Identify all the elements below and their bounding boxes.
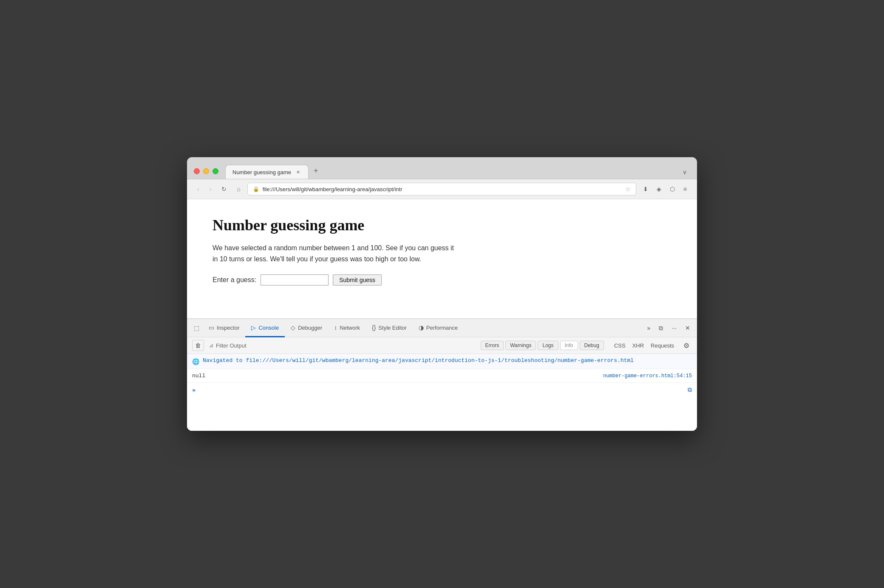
devtools-right-buttons: » ⧉ ··· ✕ xyxy=(644,320,694,336)
navigation-text: Navigated to file:///Users/will/git/wbam… xyxy=(203,357,692,364)
style-editor-icon: {} xyxy=(372,324,376,331)
tab-performance[interactable]: ◑ Performance xyxy=(413,319,464,337)
guess-label: Enter a guess: xyxy=(212,276,256,284)
split-view-button[interactable]: ⧉ xyxy=(655,320,666,336)
maximize-window-button[interactable] xyxy=(212,168,218,174)
console-input[interactable] xyxy=(199,387,684,393)
source-link[interactable]: number-game-errors.html:54:15 xyxy=(603,373,692,379)
inspector-icon: ▭ xyxy=(209,324,214,331)
settings-icon: ⚙ xyxy=(683,342,689,349)
nav-bar: ‹ › ↻ ⌂ 🔒 file:///Users/will/git/wbamber… xyxy=(187,179,697,199)
filter-buttons: Errors Warnings Logs Info Debug xyxy=(481,341,604,350)
home-button[interactable]: ⌂ xyxy=(233,183,244,195)
home-icon: ⌂ xyxy=(237,186,240,192)
options-icon: ··· xyxy=(672,325,677,331)
submit-guess-button[interactable]: Submit guess xyxy=(333,274,382,286)
bookmark-icon[interactable]: ☆ xyxy=(625,186,631,192)
xhr-filter-button[interactable]: XHR xyxy=(631,342,646,350)
back-icon: ‹ xyxy=(197,186,199,192)
globe-icon: 🌐 xyxy=(192,358,199,365)
null-message: null number-game-errors.html:54:15 xyxy=(187,369,697,383)
close-devtools-button[interactable]: ✕ xyxy=(682,320,694,336)
console-input-row: » ⧉ xyxy=(187,383,697,397)
filter-warnings-button[interactable]: Warnings xyxy=(505,341,536,350)
console-settings-button[interactable]: ⚙ xyxy=(681,341,692,351)
close-window-button[interactable] xyxy=(194,168,200,174)
performance-label: Performance xyxy=(426,325,458,331)
menu-button[interactable]: ≡ xyxy=(680,183,690,195)
address-bar[interactable]: 🔒 file:///Users/will/git/wbamberg/learni… xyxy=(247,183,636,195)
nav-right-buttons: ⬇ ◈ ⬡ ≡ xyxy=(640,183,690,195)
download-button[interactable]: ⬇ xyxy=(640,183,652,195)
new-tab-button[interactable]: + xyxy=(309,163,323,179)
back-button[interactable]: ‹ xyxy=(194,183,203,195)
tab-network[interactable]: ↕ Network xyxy=(328,319,366,337)
clear-console-button[interactable]: 🗑 xyxy=(192,340,204,351)
guess-form: Enter a guess: Submit guess xyxy=(212,274,672,286)
page-icon: 🔒 xyxy=(253,186,259,192)
tab-style-editor[interactable]: {} Style Editor xyxy=(366,319,413,337)
tab-title: Number guessing game xyxy=(232,169,291,175)
more-tools-icon: » xyxy=(647,325,651,331)
filter-icon: ⊿ xyxy=(209,342,213,348)
extensions-button[interactable]: ⬡ xyxy=(666,183,678,195)
trash-icon: 🗑 xyxy=(195,342,201,349)
console-icon: ▷ xyxy=(251,324,256,331)
console-area: 🗑 ⊿ Filter Output Errors Warnings Logs I… xyxy=(187,337,697,431)
tab-inspector[interactable]: ▭ Inspector xyxy=(203,319,245,337)
page-description: We have selected a random number between… xyxy=(212,243,459,264)
forward-button[interactable]: › xyxy=(206,183,215,195)
reload-icon: ↻ xyxy=(221,186,227,192)
filter-debug-button[interactable]: Debug xyxy=(580,341,604,350)
download-icon: ⬇ xyxy=(643,186,648,192)
split-view-icon: ⧉ xyxy=(659,325,663,332)
more-tools-button[interactable]: » xyxy=(644,320,654,336)
network-label: Network xyxy=(340,325,360,331)
browser-window: Number guessing game ✕ + ∨ ‹ › ↻ ⌂ 🔒 fil… xyxy=(187,157,697,431)
console-label: Console xyxy=(258,325,279,331)
traffic-lights xyxy=(194,168,218,174)
console-extra-buttons: CSS XHR Requests xyxy=(612,342,676,350)
navigation-message: 🌐 Navigated to file:///Users/will/git/wb… xyxy=(187,354,697,369)
menu-icon: ≡ xyxy=(683,186,687,192)
reload-button[interactable]: ↻ xyxy=(218,183,230,195)
devtools-tab-bar: ⬚ ▭ Inspector ▷ Console ◇ Debugger ↕ Net… xyxy=(187,319,697,337)
close-devtools-icon: ✕ xyxy=(685,325,690,331)
filter-errors-button[interactable]: Errors xyxy=(481,341,504,350)
page-content: Number guessing game We have selected a … xyxy=(187,199,697,318)
minimize-window-button[interactable] xyxy=(203,168,209,174)
tab-debugger[interactable]: ◇ Debugger xyxy=(285,319,328,337)
tab-close-button[interactable]: ✕ xyxy=(295,169,301,175)
url-text: file:///Users/will/git/wbamberg/learning… xyxy=(263,186,622,192)
style-editor-label: Style Editor xyxy=(378,325,406,331)
css-filter-button[interactable]: CSS xyxy=(612,342,627,350)
console-messages: 🌐 Navigated to file:///Users/will/git/wb… xyxy=(187,354,697,383)
debugger-label: Debugger xyxy=(298,325,322,331)
filter-logs-button[interactable]: Logs xyxy=(538,341,558,350)
filter-output-label: Filter Output xyxy=(216,342,246,349)
network-icon: ↕ xyxy=(334,324,337,331)
filter-info-button[interactable]: Info xyxy=(560,341,578,350)
console-prompt-icon: » xyxy=(192,387,196,393)
devtools-picker-button[interactable]: ⬚ xyxy=(190,320,203,336)
console-toolbar: 🗑 ⊿ Filter Output Errors Warnings Logs I… xyxy=(187,337,697,354)
forward-icon: › xyxy=(210,186,212,192)
guess-input[interactable] xyxy=(261,274,329,286)
tab-console[interactable]: ▷ Console xyxy=(245,319,285,337)
tabs-area: Number guessing game ✕ + ∨ xyxy=(225,163,690,179)
title-bar: Number guessing game ✕ + ∨ xyxy=(187,157,697,179)
page-title: Number guessing game xyxy=(212,216,672,234)
null-value: null xyxy=(192,373,205,379)
extensions-icon: ⬡ xyxy=(670,186,675,192)
devtools-options-button[interactable]: ··· xyxy=(668,320,680,336)
requests-filter-button[interactable]: Requests xyxy=(649,342,676,350)
inspector-label: Inspector xyxy=(217,325,239,331)
tab-dropdown-button[interactable]: ∨ xyxy=(679,165,690,179)
rss-button[interactable]: ◈ xyxy=(653,183,665,195)
devtools-panel: ⬚ ▭ Inspector ▷ Console ◇ Debugger ↕ Net… xyxy=(187,318,697,431)
filter-output-area: ⊿ Filter Output xyxy=(209,342,246,349)
picker-icon: ⬚ xyxy=(194,325,199,331)
debugger-icon: ◇ xyxy=(291,324,295,331)
console-split-icon[interactable]: ⧉ xyxy=(688,386,692,393)
browser-tab[interactable]: Number guessing game ✕ xyxy=(225,165,309,179)
